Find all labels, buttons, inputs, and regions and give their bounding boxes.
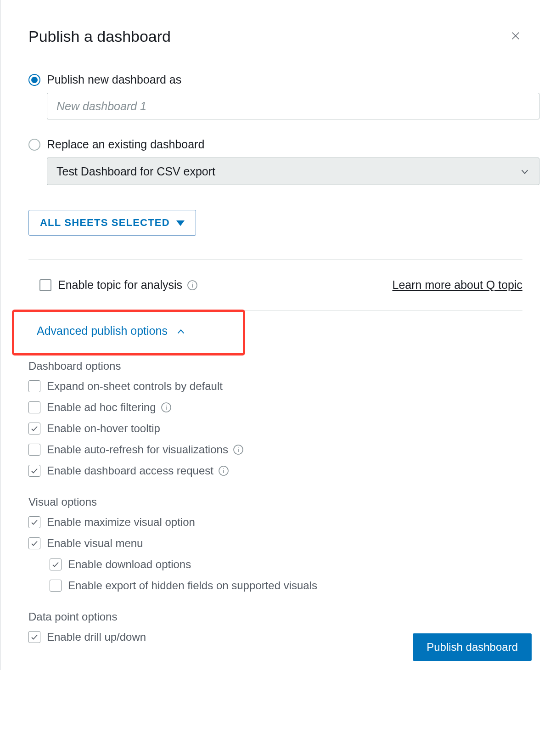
svg-marker-2 (176, 220, 185, 226)
publish-dashboard-modal: Publish a dashboard Publish new dashboar… (0, 0, 550, 670)
opt-hover-tooltip: Enable on-hover tooltip (28, 422, 522, 435)
opt-expand-controls-checkbox[interactable] (28, 380, 40, 392)
new-dashboard-name-input[interactable] (47, 93, 539, 119)
opt-adhoc-filtering-checkbox[interactable] (28, 401, 40, 413)
info-icon[interactable] (161, 402, 172, 413)
dashboard-options-heading: Dashboard options (28, 360, 522, 372)
opt-hover-tooltip-checkbox[interactable] (28, 423, 40, 434)
opt-expand-controls: Expand on-sheet controls by default (28, 380, 522, 393)
opt-expand-controls-label: Expand on-sheet controls by default (47, 380, 223, 393)
modal-header: Publish a dashboard (28, 28, 522, 45)
svg-point-11 (238, 447, 239, 448)
opt-export-hidden-fields-checkbox[interactable] (50, 580, 62, 592)
visual-options-heading: Visual options (28, 496, 522, 508)
advanced-publish-options-toggle[interactable]: Advanced publish options (28, 313, 194, 349)
svg-point-14 (223, 468, 224, 469)
advanced-toggle-label: Advanced publish options (37, 324, 168, 338)
opt-visual-menu: Enable visual menu (28, 537, 522, 550)
opt-auto-refresh-checkbox[interactable] (28, 444, 40, 456)
opt-auto-refresh-label: Enable auto-refresh for visualizations (47, 443, 228, 456)
opt-hover-tooltip-label: Enable on-hover tooltip (47, 422, 160, 435)
chevron-up-icon (176, 326, 186, 336)
learn-more-q-topic-link[interactable]: Learn more about Q topic (393, 278, 523, 292)
opt-adhoc-filtering-label: Enable ad hoc filtering (47, 401, 156, 414)
replace-existing-radio[interactable]: Replace an existing dashboard (28, 138, 522, 151)
publish-new-label: Publish new dashboard as (47, 73, 181, 86)
opt-download-options-label: Enable download options (68, 558, 191, 571)
opt-maximize-visual-label: Enable maximize visual option (47, 516, 195, 529)
modal-title: Publish a dashboard (28, 28, 171, 45)
info-icon[interactable] (187, 280, 198, 291)
opt-adhoc-filtering: Enable ad hoc filtering (28, 401, 522, 414)
enable-topic-label: Enable topic for analysis (58, 278, 182, 292)
opt-download-options-checkbox[interactable] (50, 559, 62, 570)
opt-access-request-checkbox[interactable] (28, 465, 40, 477)
caret-down-icon (176, 217, 185, 229)
svg-point-5 (192, 282, 193, 283)
existing-dashboard-select[interactable]: Test Dashboard for CSV export (47, 158, 539, 185)
close-icon[interactable] (509, 29, 522, 45)
svg-point-8 (166, 405, 167, 406)
opt-maximize-visual-checkbox[interactable] (28, 516, 40, 528)
radio-icon (28, 74, 40, 86)
info-icon[interactable] (218, 465, 229, 476)
replace-existing-group: Replace an existing dashboard Test Dashb… (28, 138, 522, 185)
opt-auto-refresh: Enable auto-refresh for visualizations (28, 443, 522, 456)
enable-topic-checkbox[interactable] (39, 279, 51, 291)
data-point-options-heading: Data point options (28, 610, 522, 623)
existing-dashboard-value: Test Dashboard for CSV export (56, 165, 215, 178)
opt-maximize-visual: Enable maximize visual option (28, 516, 522, 529)
opt-visual-menu-label: Enable visual menu (47, 537, 143, 550)
replace-existing-label: Replace an existing dashboard (47, 138, 204, 151)
advanced-toggle-wrapper: Advanced publish options (28, 313, 522, 349)
info-icon[interactable] (233, 444, 244, 455)
opt-drill-up-down-checkbox[interactable] (28, 631, 40, 643)
opt-access-request-label: Enable dashboard access request (47, 464, 213, 477)
opt-drill-up-down-label: Enable drill up/down (47, 631, 146, 643)
sheets-selected-label: ALL SHEETS SELECTED (40, 217, 170, 229)
sheets-selected-button[interactable]: ALL SHEETS SELECTED (28, 210, 196, 236)
publish-dashboard-button[interactable]: Publish dashboard (413, 633, 532, 661)
opt-access-request: Enable dashboard access request (28, 464, 522, 477)
opt-visual-menu-checkbox[interactable] (28, 537, 40, 549)
publish-new-group: Publish new dashboard as (28, 73, 522, 119)
opt-export-hidden-fields: Enable export of hidden fields on suppor… (50, 579, 522, 592)
radio-icon (28, 139, 40, 151)
opt-export-hidden-fields-label: Enable export of hidden fields on suppor… (68, 579, 317, 592)
chevron-down-icon (520, 166, 530, 176)
divider (28, 310, 522, 310)
opt-download-options: Enable download options (50, 558, 522, 571)
enable-topic-row: Enable topic for analysis Learn more abo… (28, 260, 522, 310)
publish-new-radio[interactable]: Publish new dashboard as (28, 73, 522, 86)
